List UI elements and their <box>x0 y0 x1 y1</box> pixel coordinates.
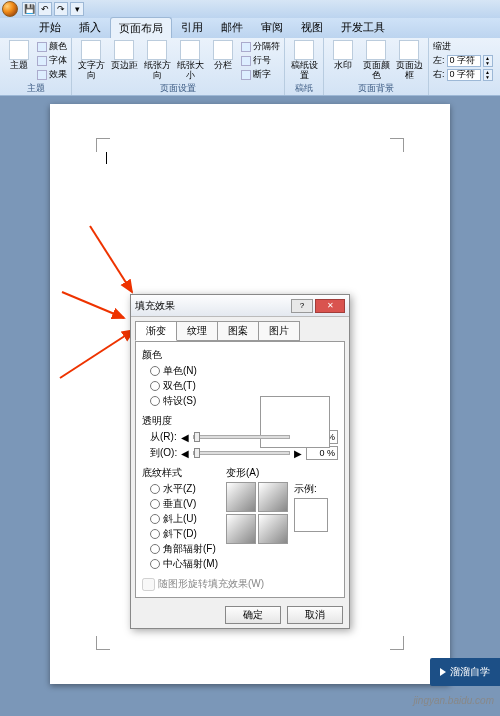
variant-1[interactable] <box>226 482 256 512</box>
dialog-titlebar[interactable]: 填充效果 ? ✕ <box>131 295 349 317</box>
text-direction[interactable]: 文字方向 <box>76 40 106 81</box>
to-slider[interactable] <box>193 451 290 455</box>
margins[interactable]: 页边距 <box>109 40 139 71</box>
hyphenation[interactable]: 断字 <box>241 68 280 81</box>
to-inc[interactable]: ▶ <box>294 448 302 459</box>
tab-texture[interactable]: 纹理 <box>176 321 218 341</box>
color-two[interactable]: 双色(T) <box>150 379 338 393</box>
rotate-with-shape[interactable]: 随图形旋转填充效果(W) <box>142 577 338 591</box>
themes-button[interactable]: 主题 <box>4 40 34 71</box>
document-area: 填充效果 ? ✕ 渐变 纹理 图案 图片 颜色 单色(N) 双色(T) 特设(S… <box>0 96 500 716</box>
qat-undo[interactable]: ↶ <box>38 2 52 16</box>
line-numbers[interactable]: 行号 <box>241 54 280 67</box>
style-center[interactable]: 中心辐射(M) <box>150 557 218 571</box>
tab-page-layout[interactable]: 页面布局 <box>110 17 172 38</box>
variant-4[interactable] <box>258 514 288 544</box>
qat-redo[interactable]: ↷ <box>54 2 68 16</box>
paper-settings[interactable]: 稿纸设置 <box>289 40 319 81</box>
to-dec[interactable]: ◀ <box>181 448 189 459</box>
fill-effects-dialog: 填充效果 ? ✕ 渐变 纹理 图案 图片 颜色 单色(N) 双色(T) 特设(S… <box>130 294 350 629</box>
crop-mark <box>96 138 110 152</box>
tab-view[interactable]: 视图 <box>292 16 332 38</box>
crop-mark <box>390 636 404 650</box>
variants-grid[interactable] <box>226 482 288 544</box>
style-horizontal[interactable]: 水平(Z) <box>150 482 218 496</box>
dialog-tabs: 渐变 纹理 图案 图片 <box>131 317 349 341</box>
tab-review[interactable]: 审阅 <box>252 16 292 38</box>
indent-left[interactable] <box>447 55 481 67</box>
watermark-text: jingyan.baidu.com <box>413 695 494 706</box>
tab-picture[interactable]: 图片 <box>258 321 300 341</box>
theme-fonts[interactable]: 字体 <box>37 54 67 67</box>
crop-mark <box>96 636 110 650</box>
style-corner[interactable]: 角部辐射(F) <box>150 542 218 556</box>
breaks[interactable]: 分隔符 <box>241 40 280 53</box>
size[interactable]: 纸张大小 <box>175 40 205 81</box>
tab-insert[interactable]: 插入 <box>70 16 110 38</box>
style-diag-up[interactable]: 斜上(U) <box>150 512 218 526</box>
group-themes: 主题 颜色 字体 效果 主题 <box>0 38 72 95</box>
group-page-setup: 文字方向 页边距 纸张方向 纸张大小 分栏 分隔符 行号 断字 页面设置 <box>72 38 285 95</box>
variant-3[interactable] <box>226 514 256 544</box>
play-icon <box>440 668 446 676</box>
dialog-title: 填充效果 <box>135 299 175 313</box>
columns[interactable]: 分栏 <box>208 40 238 71</box>
dialog-body: 颜色 单色(N) 双色(T) 特设(S) 透明度 从(R): ◀ ▶ 到(O): <box>135 341 345 598</box>
tab-developer[interactable]: 开发工具 <box>332 16 394 38</box>
to-value[interactable] <box>306 446 338 460</box>
color-one[interactable]: 单色(N) <box>150 364 338 378</box>
ok-button[interactable]: 确定 <box>225 606 281 624</box>
office-button[interactable] <box>2 1 18 17</box>
style-vertical[interactable]: 垂直(V) <box>150 497 218 511</box>
theme-effects[interactable]: 效果 <box>37 68 67 81</box>
help-button[interactable]: ? <box>291 299 313 313</box>
text-cursor <box>106 152 107 164</box>
from-dec[interactable]: ◀ <box>181 432 189 443</box>
tab-home[interactable]: 开始 <box>30 16 70 38</box>
page-color[interactable]: 页面颜色 <box>361 40 391 81</box>
theme-colors[interactable]: 颜色 <box>37 40 67 53</box>
tab-gradient[interactable]: 渐变 <box>135 321 177 341</box>
ribbon-tabs: 开始 插入 页面布局 引用 邮件 审阅 视图 开发工具 <box>0 18 500 38</box>
page-borders[interactable]: 页面边框 <box>394 40 424 81</box>
group-page-background: 水印 页面颜色 页面边框 页面背景 <box>324 38 429 95</box>
preview-box <box>260 396 330 448</box>
tab-references[interactable]: 引用 <box>172 16 212 38</box>
ribbon: 主题 颜色 字体 效果 主题 文字方向 页边距 纸张方向 纸张大小 分栏 分隔符… <box>0 38 500 96</box>
qat-more[interactable]: ▾ <box>70 2 84 16</box>
variant-2[interactable] <box>258 482 288 512</box>
group-paragraph: 缩进 左:▲▼ 右:▲▼ 间距 段前:▲▼ 段后:▲▼ 段落 <box>429 38 500 95</box>
watermark[interactable]: 水印 <box>328 40 358 71</box>
qat-save[interactable]: 💾 <box>22 2 36 16</box>
indent-right[interactable] <box>447 69 481 81</box>
style-diag-down[interactable]: 斜下(D) <box>150 527 218 541</box>
watermark-logo: 溜溜自学 <box>430 658 500 686</box>
orientation[interactable]: 纸张方向 <box>142 40 172 81</box>
crop-mark <box>390 138 404 152</box>
close-button[interactable]: ✕ <box>315 299 345 313</box>
tab-pattern[interactable]: 图案 <box>217 321 259 341</box>
sample-box <box>294 498 328 532</box>
from-slider[interactable] <box>193 435 290 439</box>
quick-access-toolbar: 💾 ↶ ↷ ▾ <box>22 2 84 16</box>
cancel-button[interactable]: 取消 <box>287 606 343 624</box>
tab-mailings[interactable]: 邮件 <box>212 16 252 38</box>
group-paper: 稿纸设置 稿纸 <box>285 38 324 95</box>
